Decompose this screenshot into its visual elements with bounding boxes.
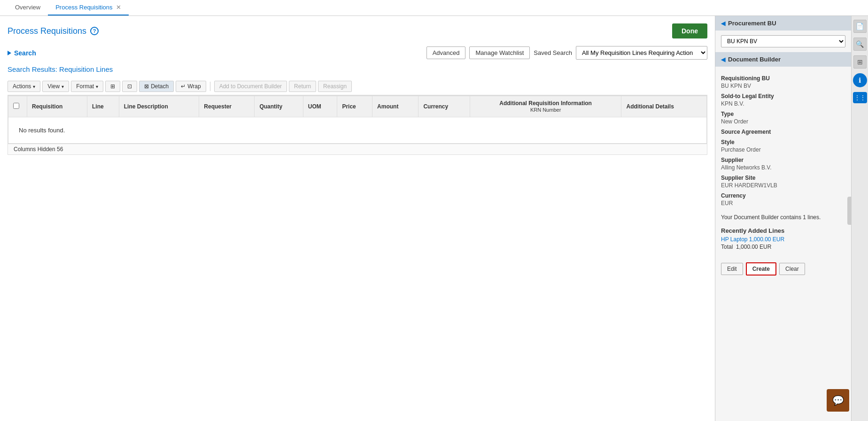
doc-builder-message: Your Document Builder contains 1 lines. [721, 211, 845, 223]
main-container: Process Requisitions ? Done Search Advan… [0, 16, 868, 421]
detach-button[interactable]: ⊠ Detach [139, 81, 174, 92]
sold-to-legal-entity-label: Sold-to Legal Entity [721, 93, 845, 100]
view-button[interactable]: View ▾ [42, 81, 69, 92]
add-to-doc-builder-button[interactable]: Add to Document Builder [214, 81, 287, 92]
return-button[interactable]: Return [289, 81, 316, 92]
detach-icon: ⊠ [144, 83, 149, 90]
search-label: Search [14, 49, 36, 57]
page-header: Process Requisitions ? Done [8, 23, 707, 38]
supplier-site-value: EUR HARDERW1VLB [721, 182, 845, 189]
tab-close-icon[interactable]: ✕ [116, 4, 121, 11]
procurement-bu-header[interactable]: ◀ Procurement BU [715, 16, 851, 31]
type-value: New Order [721, 118, 845, 125]
th-requester: Requester [199, 96, 255, 117]
search-row: Search Advanced Manage Watchlist Saved S… [8, 46, 707, 60]
advanced-button[interactable]: Advanced [426, 46, 466, 59]
clear-button[interactable]: Clear [779, 263, 805, 275]
th-price: Price [337, 96, 372, 117]
done-button[interactable]: Done [672, 23, 707, 38]
supplier-label: Supplier [721, 157, 845, 163]
search-toggle[interactable]: Search [8, 49, 36, 57]
results-table-container: Requisition Line Line Description Reques… [8, 95, 707, 155]
grid-button[interactable]: ⋮⋮ [853, 92, 867, 103]
toolbar-separator [210, 82, 210, 91]
actions-dropdown-icon: ▾ [33, 84, 35, 89]
reassign-button[interactable]: Reassign [318, 81, 352, 92]
chat-button[interactable]: 💬 [827, 389, 849, 412]
th-requisition: Requisition [27, 96, 87, 117]
procurement-bu-select[interactable]: BU KPN BV [721, 35, 845, 47]
search-section: Search Advanced Manage Watchlist Saved S… [8, 46, 707, 60]
table-panel-icon[interactable]: ⊞ [853, 55, 867, 69]
th-uom: UOM [303, 96, 337, 117]
procurement-bu-collapse-icon: ◀ [721, 20, 725, 27]
actions-button[interactable]: Actions ▾ [8, 81, 40, 92]
content-area: Process Requisitions ? Done Search Advan… [0, 16, 715, 421]
help-icon[interactable]: ? [90, 27, 99, 35]
right-sidebar: ◀ Procurement BU BU KPN BV ◀ Document Bu… [715, 16, 851, 421]
th-currency: Currency [418, 96, 470, 117]
table-header-row: Requisition Line Line Description Reques… [8, 96, 707, 117]
tab-overview[interactable]: Overview [8, 0, 48, 15]
th-additional-req-info: Additional Requisition Information KRN N… [470, 96, 621, 117]
th-amount: Amount [372, 96, 418, 117]
column-chooser-icon: ⊡ [127, 83, 132, 90]
tab-bar: Overview Process Requisitions ✕ [0, 0, 868, 16]
search-controls: Advanced Manage Watchlist Saved Search A… [426, 46, 707, 60]
create-button[interactable]: Create [746, 262, 776, 276]
column-chooser-button[interactable]: ⊡ [122, 81, 137, 92]
view-dropdown-icon: ▾ [62, 84, 64, 89]
supplier-value: Alling Networks B.V. [721, 164, 845, 171]
document-builder-collapse-icon: ◀ [721, 56, 725, 63]
source-agreement-label: Source Agreement [721, 129, 845, 135]
currency-label: Currency [721, 192, 845, 199]
requisitioning-bu-label: Requisitioning BU [721, 75, 845, 82]
document-builder-content: Requisitioning BU BU KPN BV Sold-to Lega… [715, 67, 851, 259]
info-icon: ℹ [859, 77, 861, 84]
requisitioning-bu-value: BU KPN BV [721, 83, 845, 89]
th-additional-details: Additional Details [621, 96, 707, 117]
th-quantity: Quantity [255, 96, 303, 117]
recently-added-header: Recently Added Lines [721, 227, 845, 234]
freeze-icon: ⊞ [110, 83, 115, 90]
no-results-text: No results found. [13, 121, 702, 139]
recently-added-item[interactable]: HP Laptop 1,000.00 EUR [721, 236, 845, 243]
total-line: Total 1,000.00 EUR [721, 244, 845, 250]
format-dropdown-icon: ▾ [96, 84, 98, 89]
results-table: Requisition Line Line Description Reques… [8, 96, 707, 144]
chat-icon: 💬 [832, 395, 844, 406]
currency-value: EUR [721, 200, 845, 207]
search-collapse-icon [8, 51, 11, 55]
select-all-checkbox[interactable] [13, 103, 19, 109]
columns-hidden-bar: Columns Hidden 56 [8, 144, 707, 154]
page-title: Process Requisitions [8, 26, 86, 36]
format-button[interactable]: Format ▾ [71, 81, 103, 92]
resize-handle[interactable] [847, 197, 851, 225]
document-builder-header[interactable]: ◀ Document Builder [715, 52, 851, 67]
grid-icon: ⋮⋮ [854, 94, 866, 101]
supplier-site-label: Supplier Site [721, 175, 845, 181]
saved-search-label: Saved Search [534, 49, 572, 56]
freeze-columns-button[interactable]: ⊞ [105, 81, 120, 92]
style-label: Style [721, 139, 845, 145]
table-icon: ⊞ [857, 58, 863, 66]
info-circle-button[interactable]: ℹ [853, 73, 867, 87]
wrap-icon: ↵ [181, 83, 186, 90]
sidebar-footer: Edit Create Clear [715, 259, 851, 279]
th-line-description: Line Description [119, 96, 199, 117]
style-value: Purchase Order [721, 146, 845, 153]
wrap-button[interactable]: ↵ Wrap [176, 81, 206, 92]
search-panel-icon[interactable]: 🔍 [853, 38, 867, 51]
far-right-panel: 📄 🔍 ⊞ ℹ ⋮⋮ [851, 16, 868, 421]
th-checkbox[interactable] [8, 96, 27, 117]
manage-watchlist-button[interactable]: Manage Watchlist [469, 46, 530, 59]
saved-search-select[interactable]: All My Requisition Lines Requiring Actio… [576, 46, 707, 60]
doc-panel-icon[interactable]: 📄 [853, 20, 867, 33]
page-title-group: Process Requisitions ? [8, 26, 99, 36]
th-line: Line [87, 96, 119, 117]
tab-process-requisitions[interactable]: Process Requisitions ✕ [48, 0, 129, 15]
edit-button[interactable]: Edit [721, 263, 743, 275]
doc-icon: 📄 [856, 23, 864, 30]
results-title: Search Results: Requisition Lines [8, 65, 707, 73]
procurement-bu-content: BU KPN BV [715, 31, 851, 52]
